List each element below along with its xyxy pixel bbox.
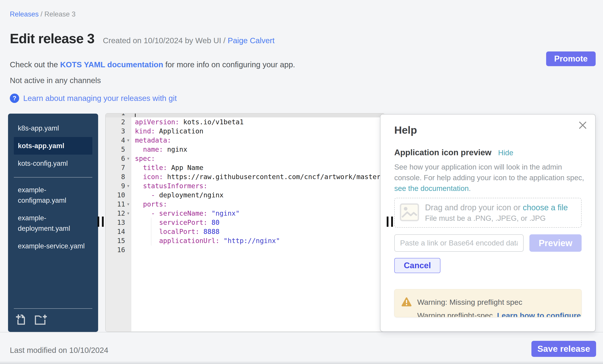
fold-arrow-icon[interactable]: ▾	[125, 199, 131, 209]
code-line-4[interactable]: 4▾metadata:	[106, 136, 384, 145]
preview-button[interactable]: Preview	[529, 234, 582, 252]
help-resize-handle-bar[interactable]	[391, 217, 393, 227]
warning-detail-text: Warning preflight-spec.	[417, 311, 497, 317]
code-text: metadata:	[131, 136, 384, 145]
promote-button[interactable]: Promote	[546, 52, 596, 66]
breadcrumb-releases-link[interactable]: Releases	[10, 10, 39, 18]
code-line-8[interactable]: 8 icon: https://raw.githubusercontent.co…	[106, 172, 384, 181]
code-line-13[interactable]: 13 servicePort: 80	[106, 218, 384, 227]
yaml-code-editor[interactable]: 1---2apiVersion: kots.io/v1beta13kind: A…	[105, 113, 385, 332]
line-number-value: 6	[106, 154, 125, 163]
help-description: See how your application icon will look …	[394, 162, 584, 194]
line-number-value: 8	[106, 172, 125, 181]
text-cursor	[135, 113, 136, 117]
line-number: 13	[106, 218, 131, 227]
code-line-5[interactable]: 5 name: nginx	[106, 145, 384, 154]
file-item-example-deployment.yaml[interactable]: example-deployment.yaml	[14, 209, 92, 237]
token-plain	[135, 164, 143, 172]
token-plain	[135, 200, 143, 208]
line-number: 8	[106, 172, 131, 181]
token-plain: deployment/nginx	[159, 191, 223, 199]
footer-divider	[0, 332, 603, 332]
icon-dropzone[interactable]: Drag and drop your icon or choose a file…	[394, 198, 582, 228]
code-text: spec:	[131, 154, 384, 163]
fold-arrow-empty	[125, 117, 131, 127]
code-line-15[interactable]: 15 applicationUrl: "http://nginx"	[106, 236, 384, 245]
code-line-2[interactable]: 2apiVersion: kots.io/v1beta1	[106, 117, 384, 127]
code-text: kind: Application	[131, 127, 384, 136]
code-line-7[interactable]: 7 title: App Name	[106, 163, 384, 172]
code-line-9[interactable]: 9▾ statusInformers:	[106, 181, 384, 190]
breadcrumb-current: Release 3	[44, 10, 76, 18]
choose-file-link[interactable]: choose a file	[523, 203, 568, 212]
fold-arrow-icon[interactable]: ▾	[125, 209, 131, 218]
line-number: 2	[106, 117, 131, 127]
help-resize-handle-bar[interactable]	[387, 217, 388, 227]
icon-url-input[interactable]	[394, 234, 524, 252]
code-line-6[interactable]: 6▾spec:	[106, 154, 384, 163]
question-icon: ?	[10, 94, 19, 103]
code-line-10[interactable]: 10 - deployment/nginx	[106, 190, 384, 199]
code-line-14[interactable]: 14 localPort: 8888	[106, 227, 384, 236]
code-text: - deployment/nginx	[131, 190, 384, 199]
help-desc-line1: See how your application icon will look …	[394, 163, 562, 171]
docs-line: Check out the KOTS YAML documentation fo…	[10, 60, 295, 69]
token-plain: nginx	[163, 145, 187, 153]
sidebar-footer	[14, 308, 92, 326]
token-plain	[135, 145, 143, 153]
token-plain	[135, 182, 143, 190]
token-key: title:	[143, 164, 167, 172]
sidebar-resize-handle-bar[interactable]	[102, 217, 104, 227]
token-key: icon:	[143, 173, 163, 181]
file-item-k8s-app.yaml[interactable]: k8s-app.yaml	[14, 119, 92, 137]
token-plain: Application	[155, 127, 203, 135]
git-help-link[interactable]: Learn about managing your releases with …	[23, 94, 177, 103]
fold-arrow-icon[interactable]: ▾	[125, 181, 131, 190]
code-text: - serviceName: "nginx"	[131, 209, 384, 218]
save-release-button[interactable]: Save release	[531, 341, 596, 357]
add-folder-icon[interactable]	[34, 313, 48, 326]
file-item-kots-config.yaml[interactable]: kots-config.yaml	[14, 154, 92, 172]
line-number: 16	[106, 245, 131, 254]
line-number-value: 10	[106, 190, 125, 199]
line-number-value: 7	[106, 163, 125, 172]
fold-arrow-icon[interactable]: ▾	[125, 154, 131, 163]
fold-arrow-icon[interactable]: ▾	[125, 136, 131, 145]
code-line-3[interactable]: 3kind: Application	[106, 127, 384, 136]
code-line-1[interactable]: 1---	[106, 113, 384, 117]
created-text: Created on 10/10/2024 by Web UI /	[103, 36, 228, 45]
breadcrumb: Releases / Release 3	[10, 10, 76, 18]
created-by-link[interactable]: Paige Calvert	[228, 36, 275, 45]
add-file-icon[interactable]	[15, 313, 27, 326]
see-documentation-link[interactable]: see the documentation	[394, 184, 469, 192]
sidebar-resize-handle-bar[interactable]	[97, 217, 99, 227]
close-icon[interactable]	[578, 120, 588, 130]
hide-link[interactable]: Hide	[498, 149, 513, 157]
code-line-11[interactable]: 11▾ ports:	[106, 199, 384, 209]
token-plain	[135, 191, 151, 199]
token-plain	[135, 228, 159, 235]
token-plain	[135, 173, 143, 181]
code-line-16[interactable]: 16	[106, 245, 384, 254]
kots-yaml-docs-link[interactable]: KOTS YAML documentation	[60, 60, 163, 69]
code-text: icon: https://raw.githubusercontent.com/…	[131, 172, 384, 181]
file-item-kots-app.yaml[interactable]: kots-app.yaml	[14, 137, 92, 154]
token-key: metadata:	[135, 136, 171, 144]
channel-status: Not active in any channels	[10, 76, 101, 85]
breadcrumb-separator: /	[39, 10, 44, 18]
cancel-button[interactable]: Cancel	[394, 258, 441, 273]
file-item-example-service.yaml[interactable]: example-service.yaml	[14, 237, 92, 255]
learn-how-to-configure-link[interactable]: Learn how to configure	[497, 311, 581, 317]
help-desc-line2: console. For help adding your icon to th…	[394, 174, 584, 182]
code-text: localPort: 8888	[131, 227, 384, 236]
line-number: 6▾	[106, 154, 131, 163]
line-number: 15	[106, 236, 131, 245]
token-plain	[135, 210, 151, 217]
section-title: Application icon preview	[394, 148, 491, 157]
docs-suffix: for more info on configuring your app.	[163, 60, 295, 69]
warning-title: Warning: Missing preflight spec	[417, 298, 522, 307]
code-line-12[interactable]: 12▾ - serviceName: "nginx"	[106, 209, 384, 218]
file-item-example-configmap.yaml[interactable]: example-configmap.yaml	[14, 181, 92, 209]
line-number-value: 16	[106, 245, 125, 254]
help-panel: Help Application icon preview Hide See h…	[380, 114, 596, 332]
